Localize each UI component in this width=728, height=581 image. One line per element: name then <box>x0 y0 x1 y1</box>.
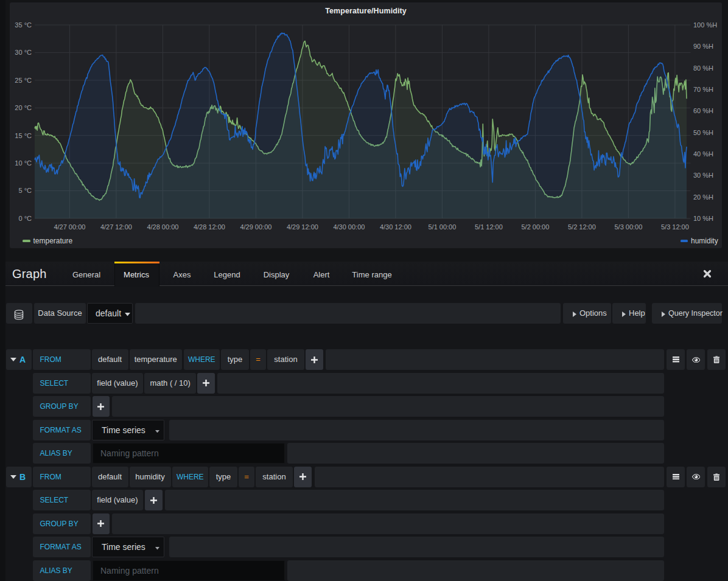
svg-text:70 %H: 70 %H <box>693 86 713 93</box>
svg-text:4/27 12:00: 4/27 12:00 <box>100 223 132 231</box>
svg-text:5 °C: 5 °C <box>18 187 32 194</box>
svg-text:60 %H: 60 %H <box>693 107 713 114</box>
svg-text:100 %H: 100 %H <box>693 21 717 29</box>
svg-text:35 °C: 35 °C <box>15 21 32 29</box>
svg-text:5/1 00:00: 5/1 00:00 <box>428 223 456 231</box>
svg-text:4/28 12:00: 4/28 12:00 <box>194 223 225 231</box>
svg-text:4/29 00:00: 4/29 00:00 <box>240 223 271 231</box>
svg-text:4/28 00:00: 4/28 00:00 <box>147 223 178 231</box>
svg-text:5/3 00:00: 5/3 00:00 <box>614 223 642 231</box>
svg-text:5/2 12:00: 5/2 12:00 <box>568 223 596 231</box>
svg-text:5/1 12:00: 5/1 12:00 <box>475 223 503 231</box>
svg-text:5/2 00:00: 5/2 00:00 <box>521 223 549 231</box>
svg-text:4/27 00:00: 4/27 00:00 <box>54 223 85 231</box>
svg-text:40 %H: 40 %H <box>693 150 713 158</box>
svg-text:50 %H: 50 %H <box>693 129 713 136</box>
svg-text:30 %H: 30 %H <box>693 172 713 179</box>
svg-text:20 °C: 20 °C <box>15 104 32 111</box>
svg-text:4/29 12:00: 4/29 12:00 <box>287 223 318 231</box>
svg-text:10 %H: 10 %H <box>693 215 713 222</box>
svg-text:15 °C: 15 °C <box>15 132 32 139</box>
svg-text:90 %H: 90 %H <box>693 43 713 50</box>
svg-text:80 %H: 80 %H <box>693 64 713 72</box>
svg-text:4/30 00:00: 4/30 00:00 <box>333 223 365 231</box>
svg-text:20 %H: 20 %H <box>693 193 713 201</box>
svg-text:25 °C: 25 °C <box>15 77 32 84</box>
svg-text:0 °C: 0 °C <box>18 215 32 222</box>
svg-text:30 °C: 30 °C <box>15 49 32 56</box>
svg-text:4/30 12:00: 4/30 12:00 <box>380 223 411 231</box>
svg-text:10 °C: 10 °C <box>15 159 32 167</box>
svg-text:5/3 12:00: 5/3 12:00 <box>661 223 689 231</box>
